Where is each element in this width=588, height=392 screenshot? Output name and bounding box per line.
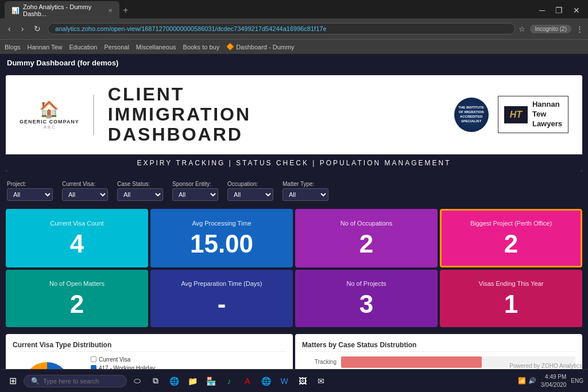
filter-occupation: Occupation: All <box>227 181 273 201</box>
taskbar-app-edge[interactable]: 🌐 <box>166 373 182 389</box>
institute-logo: THE INSTITUTE OF MIGRATION ACCREDITED SP… <box>454 98 489 132</box>
taskbar: ⊞ 🔍 ⬭ ⧉ 🌐 📁 🏪 ♪ A 🌐 W 🖼 ✉ 📶 🔊 4:49 PM 3/… <box>0 369 588 392</box>
filter-sponsor-select[interactable]: All <box>172 188 218 201</box>
kpi-projects-value: 3 <box>359 292 373 317</box>
kpi-occupations-value: 2 <box>359 231 373 257</box>
filter-case-status: Case Status: All <box>117 181 163 201</box>
volume-icon: 🔊 <box>528 377 536 385</box>
taskbar-app-cortana[interactable]: ⬭ <box>129 373 145 389</box>
bookmark-education[interactable]: Education <box>69 44 97 51</box>
kpi-preparation-time-label: Avg Preparation Time (Days) <box>181 280 262 287</box>
kpi-visa-count: Current Visa Count 4 <box>6 209 148 267</box>
filter-visa-label: Current Visa: <box>62 181 108 187</box>
filter-visa-select[interactable]: All <box>62 188 108 201</box>
bookmark-miscellaneous[interactable]: Miscellaneous <box>136 44 176 51</box>
kpi-grid: Current Visa Count 4 Avg Processing Time… <box>0 207 588 332</box>
time: 4:49 PM <box>541 373 567 381</box>
case-status-title: Matters by Case Status Distrubtion <box>302 341 575 352</box>
taskbar-app-chrome[interactable]: 🌐 <box>258 373 274 389</box>
powered-by: Powered by ZOHO Analytics <box>509 363 582 369</box>
back-button[interactable]: ‹ <box>5 23 14 34</box>
kpi-visas-ending: Visas Ending This Year 1 <box>440 270 582 327</box>
active-tab[interactable]: 📊 Zoho Analytics - Dummy Dashb... ✕ <box>5 1 119 20</box>
kpi-projects-label: No of Projects <box>346 280 386 287</box>
taskbar-app-task[interactable]: ⧉ <box>148 373 164 389</box>
kpi-occupations-label: No of Occupations <box>341 220 393 227</box>
menu-icon[interactable]: ⋮ <box>576 25 583 33</box>
filter-sponsor: Sponsor Entity: All <box>172 181 218 201</box>
bookmark-blogs[interactable]: Blogs <box>5 44 21 51</box>
filter-project-select[interactable]: All <box>7 188 53 201</box>
bookmarks-bar: Blogs Hannan Tew Education Personal Misc… <box>0 39 588 54</box>
bookmark-hannan[interactable]: Hannan Tew <box>28 44 63 51</box>
kpi-visas-ending-value: 1 <box>504 292 518 317</box>
hannan-text: Hannan Tew Lawyers <box>532 100 562 129</box>
kpi-preparation-time: Avg Preparation Time (Days) - <box>150 270 293 327</box>
visa-distribution-title: Current Visa Type Distribution <box>13 341 286 352</box>
network-icon: 📶 <box>518 377 526 385</box>
dashboard-title-block: CLIENT IMMIGRATION DASHBOARD <box>108 84 454 145</box>
taskbar-search[interactable]: 🔍 <box>24 375 127 387</box>
kpi-visa-count-value: 4 <box>70 231 84 257</box>
filters-bar: Project: All Current Visa: All Case Stat… <box>0 175 588 207</box>
tab-bar: 📊 Zoho Analytics - Dummy Dashb... ✕ + ─ … <box>0 0 588 18</box>
filter-occupation-label: Occupation: <box>227 181 273 187</box>
filter-project-label: Project: <box>7 181 53 187</box>
legend-label-current: Current Visa <box>99 356 130 363</box>
bar-fill-tracking <box>341 356 482 368</box>
taskbar-app-folder[interactable]: 📁 <box>184 373 200 389</box>
filter-matter-select[interactable]: All <box>283 188 328 201</box>
page-title: Dummy Dashboard (for demos) <box>0 54 588 72</box>
start-button[interactable]: ⊞ <box>5 373 21 389</box>
incognito-button[interactable]: Incognito (2) <box>530 25 571 33</box>
tab-close-button[interactable]: ✕ <box>108 7 113 14</box>
kpi-processing-time-label: Avg Processing Time <box>192 220 251 227</box>
filter-project: Project: All <box>7 181 53 201</box>
forward-button[interactable]: › <box>18 23 28 34</box>
new-tab-button[interactable]: + <box>119 5 131 15</box>
bookmark-personal[interactable]: Personal <box>104 44 129 51</box>
dashboard: Dummy Dashboard (for demos) 🏠 GENERIC CO… <box>0 54 588 392</box>
bookmark-books[interactable]: Books to buy <box>183 44 220 51</box>
search-input[interactable] <box>43 378 118 385</box>
legend-dot-current <box>91 356 96 362</box>
company-name: GENERIC COMPANY <box>20 119 79 125</box>
kpi-preparation-time-value: - <box>218 292 226 317</box>
restore-button[interactable]: ❐ <box>552 5 566 16</box>
house-icon: 🏠 <box>39 100 59 119</box>
language-indicator: ENG <box>571 378 583 384</box>
legend-current-visa: Current Visa <box>91 356 177 363</box>
star-icon[interactable]: ☆ <box>519 25 525 33</box>
header-top: 🏠 GENERIC COMPANY A B C CLIENT IMMIGRATI… <box>6 75 582 154</box>
close-window-button[interactable]: ✕ <box>570 5 583 16</box>
bar-label-tracking: Tracking <box>302 359 336 365</box>
right-logos: THE INSTITUTE OF MIGRATION ACCREDITED SP… <box>454 96 568 133</box>
kpi-processing-time-value: 15.00 <box>190 231 253 257</box>
minimize-button[interactable]: ─ <box>536 5 548 16</box>
hannan-logo: HT Hannan Tew Lawyers <box>498 96 568 133</box>
reload-button[interactable]: ↻ <box>30 23 44 34</box>
kpi-biggest-project-label: Biggest Project (Perth Office) <box>470 220 552 227</box>
taskbar-app-adobe[interactable]: A <box>239 373 256 389</box>
bookmark-dashboard[interactable]: 🔶Dashboard - Dummy <box>226 43 294 51</box>
institute-text: THE INSTITUTE OF MIGRATION ACCREDITED SP… <box>454 103 489 126</box>
search-icon: 🔍 <box>31 377 40 385</box>
date: 3/04/2020 <box>541 381 567 389</box>
taskbar-app-word[interactable]: W <box>276 373 292 389</box>
taskbar-app-spotify[interactable]: ♪ <box>221 373 237 389</box>
dashboard-heading: CLIENT IMMIGRATION DASHBOARD <box>108 84 454 145</box>
taskbar-app-mail[interactable]: ✉ <box>313 373 329 389</box>
taskbar-app-photos[interactable]: 🖼 <box>295 373 311 389</box>
filter-case-select[interactable]: All <box>117 188 163 201</box>
filter-matter: Matter Type: All <box>283 181 328 201</box>
nav-icons: ☆ Incognito (2) ⋮ <box>519 25 583 33</box>
filter-occupation-select[interactable]: All <box>227 188 273 201</box>
kpi-visas-ending-label: Visas Ending This Year <box>479 280 544 287</box>
system-icons: 📶 🔊 <box>518 377 536 385</box>
taskbar-app-store[interactable]: 🏪 <box>203 373 219 389</box>
address-bar[interactable]: analytics.zoho.com/open-view/16871270000… <box>48 23 515 34</box>
kpi-open-matters-label: No of Open Matters <box>49 280 105 287</box>
kpi-biggest-project-value: 2 <box>504 231 518 257</box>
filter-matter-label: Matter Type: <box>283 181 328 187</box>
filter-visa: Current Visa: All <box>62 181 108 201</box>
